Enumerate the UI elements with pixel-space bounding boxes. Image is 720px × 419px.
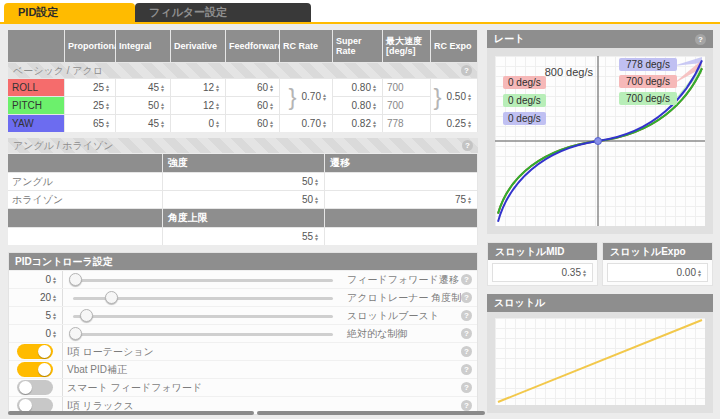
stepper-arrows-icon[interactable]: ▴▾ <box>315 196 322 204</box>
horizon-transition-input[interactable]: 75▴▾ <box>325 191 477 208</box>
stepper-arrows-icon[interactable]: ▴▾ <box>468 120 475 128</box>
stepper-arrows-icon[interactable]: ▴▾ <box>323 93 330 101</box>
throttle-boost-slider[interactable] <box>63 307 343 324</box>
pitch-ff-input[interactable]: 60▴▾ <box>226 97 279 114</box>
horizon-strength-input[interactable]: 50▴▾ <box>163 191 324 208</box>
slider-track[interactable] <box>73 279 333 282</box>
stepper-arrows-icon[interactable]: ▴▾ <box>270 102 277 110</box>
stepper-arrows-icon[interactable]: ▴▾ <box>161 120 168 128</box>
slider-handle[interactable] <box>69 273 82 286</box>
stepper-arrows-icon[interactable]: ▴▾ <box>53 276 60 284</box>
yaw-i-input[interactable]: 45▴▾ <box>116 115 170 132</box>
stepper-arrows-icon[interactable]: ▴▾ <box>270 84 277 92</box>
brace-glyph: } <box>434 85 442 109</box>
stepper-arrows-icon[interactable]: ▴▾ <box>373 102 380 110</box>
stepper-arrows-icon[interactable]: ▴▾ <box>106 120 113 128</box>
stepper-arrows-icon[interactable]: ▴▾ <box>216 102 223 110</box>
pitch-super-rate-input[interactable]: 0.80▴▾ <box>333 97 382 114</box>
rollpitch-rc-rate-input[interactable]: }0.70▴▾ <box>280 79 332 114</box>
stepper-arrows-icon[interactable]: ▴▾ <box>106 84 113 92</box>
smart-feedforward-toggle[interactable] <box>17 380 53 395</box>
help-icon[interactable] <box>461 346 472 357</box>
help-icon[interactable] <box>695 34 706 45</box>
yaw-super-rate-input[interactable]: 0.82▴▾ <box>333 115 382 132</box>
roll-max-velocity-value: 700 <box>383 79 430 96</box>
stepper-arrows-icon[interactable]: ▴▾ <box>161 84 168 92</box>
help-icon[interactable] <box>461 364 472 375</box>
pitch-d-input[interactable]: 12▴▾ <box>171 97 225 114</box>
stepper-arrows-icon[interactable]: ▴▾ <box>53 294 60 302</box>
help-icon[interactable] <box>461 274 472 285</box>
vbat-pid-compensation-toggle[interactable] <box>17 362 53 377</box>
yaw-ff-input[interactable]: 60▴▾ <box>226 115 279 132</box>
stepper-arrows-icon[interactable]: ▴▾ <box>161 102 168 110</box>
slider-value[interactable]: 0 <box>45 328 51 339</box>
stepper-arrows-icon[interactable]: ▴▾ <box>53 330 60 338</box>
angle-limit-input[interactable]: 55▴▾ <box>163 228 324 245</box>
slider-handle[interactable] <box>80 309 93 322</box>
yaw-d-input[interactable]: 0▴▾ <box>171 115 225 132</box>
help-icon[interactable] <box>461 310 472 321</box>
help-icon[interactable] <box>461 328 472 339</box>
slider-label: スロットルブースト <box>343 309 461 323</box>
throttle-expo-input[interactable]: 0.00▴▾ <box>607 263 708 282</box>
help-icon[interactable] <box>462 140 473 151</box>
pitch-p-input[interactable]: 25▴▾ <box>65 97 115 114</box>
tab-filter-settings[interactable]: フィルター設定 <box>135 3 311 22</box>
slider-track[interactable] <box>73 315 333 318</box>
stepper-arrows-icon[interactable]: ▴▾ <box>468 196 475 204</box>
stepper-arrows-icon[interactable]: ▴▾ <box>216 84 223 92</box>
slider-track[interactable] <box>73 333 333 336</box>
limit-row-empty-right <box>325 228 477 245</box>
roll-p-input[interactable]: 25▴▾ <box>65 79 115 96</box>
slider-value[interactable]: 5 <box>45 310 51 321</box>
header-super-rate: Super Rate <box>333 30 382 62</box>
pitch-i-input[interactable]: 50▴▾ <box>116 97 170 114</box>
acro-trainer-angle-limit-slider[interactable] <box>63 289 343 306</box>
roll-ff-input[interactable]: 60▴▾ <box>226 79 279 96</box>
help-icon[interactable] <box>461 382 472 393</box>
stepper-arrows-icon[interactable]: ▴▾ <box>216 120 223 128</box>
toggle-knob[interactable] <box>38 363 51 376</box>
stepper-arrows-icon[interactable]: ▴▾ <box>106 102 113 110</box>
roll-d-input[interactable]: 12▴▾ <box>171 79 225 96</box>
stepper-arrows-icon[interactable]: ▴▾ <box>53 312 60 320</box>
stepper-arrows-icon[interactable]: ▴▾ <box>315 178 322 186</box>
rate-panel-title: レート <box>494 32 524 46</box>
slider-handle[interactable] <box>69 327 82 340</box>
yaw-rc-rate-input[interactable]: 0.70▴▾ <box>280 115 332 132</box>
stepper-arrows-icon[interactable]: ▴▾ <box>373 84 380 92</box>
angle-strength-input[interactable]: 50▴▾ <box>163 173 324 190</box>
stepper-arrows-icon[interactable]: ▴▾ <box>698 269 705 277</box>
throttle-mid-input[interactable]: 0.35▴▾ <box>492 263 593 282</box>
iterm-rotation-toggle[interactable] <box>17 344 53 359</box>
roll-axis-label: ROLL <box>8 79 64 96</box>
roll-super-rate-input[interactable]: 0.80▴▾ <box>333 79 382 96</box>
stepper-arrows-icon[interactable]: ▴▾ <box>583 269 590 277</box>
feedforward-transition-slider[interactable] <box>63 271 343 288</box>
slider-handle[interactable] <box>105 291 118 304</box>
yaw-p-input[interactable]: 65▴▾ <box>65 115 115 132</box>
slider-label: アクロトレーナー 角度制限 <box>343 291 461 305</box>
tab-underline <box>0 22 720 24</box>
stepper-arrows-icon[interactable]: ▴▾ <box>468 93 475 101</box>
help-icon[interactable] <box>461 65 472 76</box>
stepper-arrows-icon[interactable]: ▴▾ <box>373 120 380 128</box>
horizontal-scrollbar[interactable] <box>257 411 485 415</box>
tab-pid-settings[interactable]: PID設定 <box>4 3 135 22</box>
slider-row: 5▴▾ スロットルブースト <box>9 306 477 324</box>
stepper-arrows-icon[interactable]: ▴▾ <box>270 120 277 128</box>
rollpitch-rc-expo-input[interactable]: }0.50▴▾ <box>431 79 477 114</box>
stepper-arrows-icon[interactable]: ▴▾ <box>315 233 322 241</box>
slider-value[interactable]: 20 <box>40 292 51 303</box>
toggle-knob[interactable] <box>19 381 32 394</box>
slider-value[interactable]: 0 <box>45 274 51 285</box>
stepper-arrows-icon[interactable]: ▴▾ <box>323 120 330 128</box>
horizontal-scrollbar[interactable] <box>8 411 254 415</box>
absolute-control-slider[interactable] <box>63 325 343 342</box>
roll-i-input[interactable]: 45▴▾ <box>116 79 170 96</box>
yaw-rc-expo-input[interactable]: 0.25▴▾ <box>431 115 477 132</box>
toggle-knob[interactable] <box>38 345 51 358</box>
help-icon[interactable] <box>461 400 472 411</box>
help-icon[interactable] <box>461 292 472 303</box>
